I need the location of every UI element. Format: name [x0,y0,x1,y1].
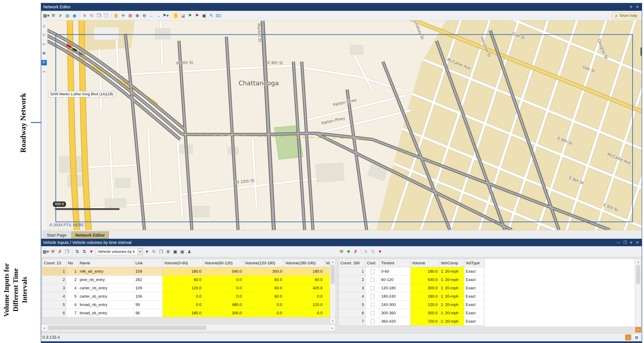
time-interval-row[interactable]: 5240-300120.01: 20-mphExact [339,300,484,309]
column-header[interactable]: Volume(120-180) [244,259,284,267]
scroll-up-icon[interactable]: ▴ [330,259,336,264]
cell[interactable]: 240-300 [380,300,410,309]
column-header[interactable]: Cont [366,259,380,267]
cell[interactable]: 60.0 [244,284,284,292]
cell[interactable]: 1: 20-mph [439,292,464,300]
list-icon[interactable]: ≣ [165,248,172,255]
eraser-icon[interactable]: ◪ [180,12,186,19]
cell[interactable]: 180.0 [163,309,203,317]
cell[interactable]: 180.0 [163,267,203,276]
time-interval-row[interactable]: 260-120540.01: 20-mphExact [339,276,484,284]
cell[interactable]: Exact [464,284,484,292]
zoom-out-icon[interactable]: ⊖ [141,12,148,19]
copy-icon[interactable]: ❐ [96,12,102,19]
time-interval-row[interactable]: 10-60180.01: 20-mphExact [339,267,484,276]
column-header[interactable]: Link [134,259,163,267]
save-as-icon[interactable]: ▣ [179,248,186,255]
edit-icon[interactable]: ⚒ [338,248,345,255]
add-icon[interactable]: ✚ [345,248,352,255]
cell[interactable]: 180.0 [410,292,439,300]
column-header[interactable]: Volume(60-120) [203,259,244,267]
cont-checkbox[interactable] [370,303,374,307]
delete-icon[interactable]: ✗ [56,248,63,255]
section-icon[interactable]: ✂ [42,69,47,74]
cont-checkbox[interactable] [370,286,374,290]
cell[interactable]: 480.0 [203,300,244,309]
cell[interactable]: broad_nb_entry [78,300,134,309]
cell[interactable]: 0.0 [244,300,284,309]
cell[interactable]: 99 [134,300,163,309]
cell[interactable]: 6 [66,300,78,309]
conflict-area-icon[interactable]: ⚒ [42,51,47,56]
pan-hand-icon[interactable]: ✋ [113,12,120,19]
close-icon[interactable]: ✕ [635,240,640,245]
copy-table-icon[interactable]: ❐ [158,248,164,255]
cell[interactable]: 60.0 [284,276,324,284]
map-canvas[interactable]: W 8th StE 8th StMarket StChattanoogaPatt… [48,20,642,230]
import-results-icon[interactable]: ↓ [625,334,631,340]
parking-icon[interactable]: P [42,60,47,65]
refresh-icon[interactable]: ↻ [88,12,95,19]
table-config-icon[interactable]: ▦▾ [43,12,50,19]
cell[interactable]: 1: 20-mph [439,309,464,317]
cell[interactable]: Exact [464,300,484,309]
cell[interactable]: 5 [66,292,78,300]
volume-input-row[interactable]: 22pine_nb_entry28260.00.060.060.0 [42,276,330,284]
right-table-vscrollbar[interactable]: ▴ ▾ [635,259,641,332]
cell[interactable]: 1: 20-mph [439,267,464,276]
cell[interactable]: carter_nb_entry [78,284,134,292]
sort-asc-icon[interactable]: ⇅ [362,248,369,255]
column-header[interactable]: TimeInt [380,259,410,267]
signal-head-icon[interactable]: ⚠ [42,23,47,29]
detector-icon[interactable]: ✂ [42,42,47,47]
tab-network-editor[interactable]: Network Editor [71,232,109,239]
column-header[interactable]: VehComp [439,259,464,267]
save-icon[interactable]: ▣ [172,248,178,255]
cont-cell[interactable] [366,300,380,309]
cell[interactable]: 60.0 [244,276,284,284]
time-interval-row[interactable]: 6300-360300.01: 20-mphExact [339,309,484,317]
cell[interactable] [324,292,330,300]
cell[interactable] [324,300,330,309]
cell[interactable]: 120.0 [284,300,324,309]
chevron-down-icon[interactable]: ▾ [137,248,142,255]
cell[interactable]: 0.0 [244,309,284,317]
volume-input-row[interactable]: 11mlk_eb_entry159180.0540.0300.0180.0 [42,267,330,276]
cont-cell[interactable] [366,276,380,284]
cell[interactable]: 0.0 [284,309,324,317]
paste-icon[interactable]: ❒ [102,12,109,19]
map-svg[interactable]: W 8th StE 8th StMarket StChattanoogaPatt… [48,20,642,230]
signal-tool-icon[interactable]: ⚑ [187,12,193,19]
volume-input-row[interactable]: 45carter_sb_entry1060.00.060.00.0 [42,292,330,300]
sort-desc-icon[interactable]: ⇅ [370,248,376,255]
cont-cell[interactable] [366,267,380,276]
cell[interactable]: 0.0 [203,276,244,284]
cell[interactable]: 420.0 [284,284,324,292]
cell[interactable]: 1: 20-mph [439,300,464,309]
wrench-icon[interactable]: ⚒ [50,12,56,19]
cell[interactable]: 0.0 [163,292,203,300]
cell[interactable]: 1: 20-mph [439,317,464,326]
cell[interactable]: broad_sb_entry [78,309,134,317]
scroll-thumb[interactable] [331,265,334,284]
cell[interactable] [324,276,330,284]
scroll-thumb[interactable] [636,265,640,284]
column-header[interactable]: Volume(180-240) [284,259,324,267]
cell[interactable]: 120.0 [163,284,203,292]
cell[interactable]: 540.0 [410,276,439,284]
cell[interactable]: 60.0 [244,292,284,300]
cell[interactable]: Exact [464,292,484,300]
cell[interactable] [324,309,330,317]
cell[interactable] [324,267,330,276]
time-interval-row[interactable]: 3120-180300.01: 20-mphExact [339,284,484,292]
cell[interactable]: 180.0 [410,267,439,276]
cell[interactable]: 106 [134,292,163,300]
cell[interactable]: Exact [464,267,484,276]
cell[interactable]: 109 [134,284,163,292]
cell[interactable]: 540.0 [203,267,244,276]
cell[interactable]: 4 [66,284,78,292]
screenshot-icon[interactable]: ⚑▾ [162,12,169,19]
scroll-down-icon[interactable]: ▾ [330,318,336,324]
scroll-up-icon[interactable]: ▴ [635,259,641,264]
volume-input-row[interactable]: 34carter_nb_entry109120.00.060.0420.0 [42,284,330,292]
